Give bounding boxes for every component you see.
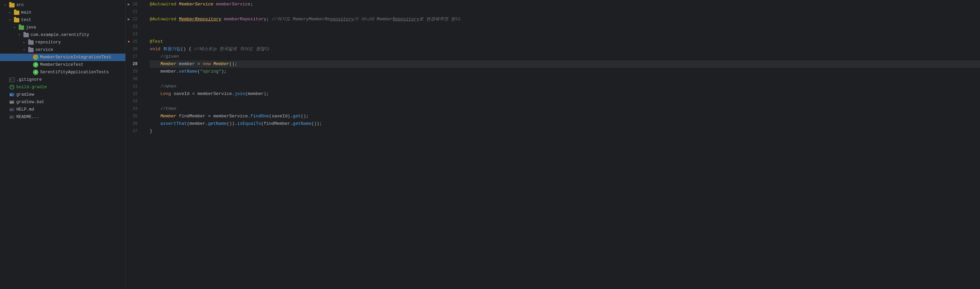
code-line-26: void 회원가입 () { //테스트는 한국말로 적어도 괜찮다 — [150, 46, 980, 53]
sidebar-item-label: main — [21, 10, 31, 15]
sidebar-item-member-service-integration-test[interactable]: MemberServiceIntegrationTest — [0, 54, 125, 61]
line-num-29: 29 — [128, 68, 140, 75]
line-num-31: 31 — [128, 83, 140, 90]
expand-arrow: ▾ — [23, 48, 28, 52]
code-line-21 — [150, 8, 980, 16]
sidebar-item-help-md[interactable]: md HELP.md — [0, 106, 125, 113]
sidebar-item-member-service-test[interactable]: J MemberServiceTest — [0, 61, 125, 68]
sidebar-item-test[interactable]: ▾ test — [0, 16, 125, 24]
sidebar-item-repository[interactable]: ▸ repository — [0, 39, 125, 46]
code-line-22: @Autowired MemberRepository memberReposi… — [150, 16, 980, 23]
gutter-icon-22: ▶ — [128, 16, 130, 23]
line-num-36: 36 — [128, 120, 140, 127]
expand-arrow: ▾ — [4, 3, 9, 7]
line-numbers: ▶ 20 21 ▶ 22 23 24 ● 25 26 27 28 29 30 3… — [126, 1, 144, 289]
line-num-32: 32 — [128, 90, 140, 98]
expand-arrow: ▸ — [23, 40, 28, 44]
sidebar-item-src[interactable]: ▾ src — [0, 2, 125, 9]
line-num-27: 27 — [128, 53, 140, 60]
svg-text:bat: bat — [10, 101, 14, 103]
folder-icon — [28, 47, 34, 52]
sidebar-item-label: repository — [35, 40, 61, 45]
sidebar-item-label: build.gradle — [16, 85, 47, 89]
java-test-icon: J — [33, 70, 39, 75]
code-line-23 — [150, 23, 980, 30]
expand-arrow: ▾ — [14, 25, 18, 30]
gutter-icon-25: ● — [128, 38, 130, 46]
line-num-22: ▶ 22 — [128, 16, 140, 23]
code-line-34: //then — [150, 105, 980, 113]
svg-text:md: md — [10, 108, 13, 111]
line-num-34: 34 — [128, 105, 140, 113]
code-line-20: @Autowired MemberService memberService ; — [150, 1, 980, 8]
expand-arrow: ▾ — [9, 18, 14, 22]
sidebar-item-service[interactable]: ▾ service — [0, 46, 125, 54]
code-line-28: Member member = new Member (); — [150, 60, 980, 68]
line-num-24: 24 — [128, 30, 140, 38]
svg-text:md: md — [10, 116, 12, 118]
sidebar-item-gitignore[interactable]: .gitignore — [0, 76, 125, 83]
line-num-20: ▶ 20 — [128, 1, 140, 8]
sidebar-item-gradlew-bat[interactable]: bat gradlew.bat — [0, 98, 125, 106]
sidebar-item-label: test — [21, 17, 31, 22]
gutter-icon-20: ▶ — [128, 1, 130, 8]
folder-icon — [14, 17, 20, 23]
sidebar-item-label: gradlew.bat — [16, 100, 45, 105]
folder-icon — [18, 25, 24, 30]
sidebar-item-label: SerentifityApplicationTests — [40, 70, 109, 75]
java-test-icon: J — [33, 62, 39, 68]
code-line-37: } — [150, 127, 980, 135]
folder-icon — [9, 2, 15, 8]
sidebar-item-label: HELP.md — [16, 107, 34, 112]
code-line-25: @Test — [150, 38, 980, 46]
sidebar-item-label: src — [16, 3, 24, 8]
sidebar-item-build-gradle[interactable]: build.gradle — [0, 83, 125, 91]
code-line-30 — [150, 75, 980, 83]
readme-icon: md — [9, 114, 15, 120]
svg-point-2 — [10, 85, 14, 89]
line-num-35: 35 — [128, 113, 140, 120]
code-line-24 — [150, 30, 980, 38]
line-num-21: 21 — [128, 8, 140, 16]
java-test-icon — [33, 55, 39, 60]
sidebar-item-gradlew[interactable]: G gradlew — [0, 91, 125, 98]
code-line-31: //when — [150, 83, 980, 90]
code-line-27: //given — [150, 53, 980, 60]
gradlew-bat-icon: bat — [9, 99, 15, 105]
expand-arrow: ▾ — [18, 33, 23, 37]
sidebar-item-readme[interactable]: md README... — [0, 113, 125, 121]
sidebar-item-main[interactable]: ▸ main — [0, 9, 125, 16]
code-line-29: member . setName ( "spring" ); — [150, 68, 980, 75]
sidebar-item-label: MemberServiceTest — [40, 62, 84, 67]
gradle-icon — [9, 84, 15, 90]
svg-text:G: G — [10, 94, 11, 96]
line-num-23: 23 — [128, 23, 140, 30]
code-lines: @Autowired MemberService memberService ;… — [144, 1, 980, 289]
help-md-icon: md — [9, 107, 15, 112]
gitignore-icon — [9, 77, 15, 83]
expand-arrow: ▸ — [9, 11, 14, 14]
sidebar-item-label: .gitignore — [16, 77, 42, 82]
line-num-30: 30 — [128, 75, 140, 83]
sidebar-item-package[interactable]: ▾ com.example.serentifity — [0, 31, 125, 39]
code-line-36: assertThat ( member . getName ()). isEqu… — [150, 120, 980, 127]
folder-icon — [23, 32, 29, 38]
sidebar-item-label: java — [26, 25, 36, 30]
sidebar-item-label: gradlew — [16, 92, 34, 97]
svg-point-1 — [11, 79, 11, 80]
sidebar-item-label: MemberServiceIntegrationTest — [40, 55, 111, 60]
sidebar-item-label: service — [35, 48, 53, 52]
gradlew-icon: G — [9, 92, 15, 97]
line-num-26: 26 — [128, 46, 140, 53]
sidebar-item-java[interactable]: ▾ java — [0, 24, 125, 31]
folder-icon — [14, 10, 20, 15]
line-num-25: ● 25 — [128, 38, 140, 46]
file-tree[interactable]: ▾ src ▸ main ▾ test ▾ java ▾ — [0, 0, 126, 289]
sidebar-item-label: com.example.serentifity — [30, 33, 89, 37]
line-num-33: 33 — [128, 98, 140, 105]
sidebar-item-serentifity-app-tests[interactable]: J SerentifityApplicationTests — [0, 68, 125, 76]
line-num-28: 28 — [128, 60, 140, 68]
code-line-33 — [150, 98, 980, 105]
code-line-32: Long saveId = memberService . join ( mem… — [150, 90, 980, 98]
folder-icon — [28, 40, 34, 45]
